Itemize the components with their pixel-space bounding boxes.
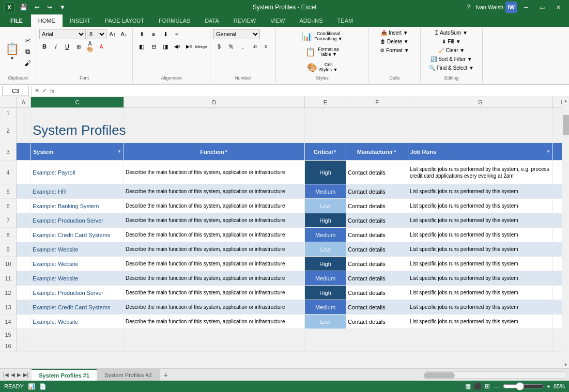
cell-e12[interactable]: High [305,286,346,300]
cell-e14[interactable]: Low [305,315,346,329]
cell-f10[interactable]: Contact details [346,257,408,271]
cell-c2[interactable]: System Profiles [31,118,124,143]
tab-first-button[interactable]: |◀ [2,372,10,378]
cell-e15[interactable] [305,329,346,340]
cell-c3[interactable]: System ▼ [31,143,124,161]
paste-button[interactable]: 📋 ▼ [3,41,21,62]
cell-reference-box[interactable] [2,86,29,96]
cell-e13[interactable]: Medium [305,300,346,315]
quick-access-save[interactable]: 💾 [18,3,29,12]
cell-a3[interactable] [17,143,31,161]
tab-page-layout[interactable]: PAGE LAYOUT [98,14,151,27]
cell-f1[interactable] [346,108,408,118]
cell-a6[interactable] [17,199,31,213]
col-header-h[interactable]: H [553,97,562,107]
cell-c9[interactable]: Example: Website [31,242,124,257]
align-bottom-button[interactable]: ⬇ [160,29,171,39]
cell-h4[interactable] [553,161,562,184]
decrease-font-button[interactable]: A↓ [119,29,129,39]
row-num-3[interactable]: 3 [0,143,17,161]
horizontal-scrollbar[interactable] [422,371,567,379]
cell-c7[interactable]: Example: Production Server [31,213,124,228]
row-num-2[interactable]: 2 [0,118,17,143]
cell-g1[interactable] [408,108,553,118]
border-button[interactable]: ⊞ [73,41,84,52]
quick-access-more[interactable]: ▼ [57,3,68,12]
scroll-track[interactable] [562,104,569,361]
align-right-button[interactable]: ◨ [160,41,171,52]
cell-e3[interactable]: Critical ▼ [305,143,346,161]
row-num-5[interactable]: 5 [0,184,17,199]
align-center-button[interactable]: ⊟ [148,41,159,52]
cell-a2[interactable] [17,118,31,143]
cell-f7[interactable]: Contact details [346,213,408,228]
cell-a13[interactable] [17,300,31,315]
cell-h10[interactable] [553,257,562,271]
cell-d13[interactable]: Describe the main function of this syste… [124,300,305,315]
cell-a9[interactable] [17,242,31,257]
row-num-4[interactable]: 4 [0,161,17,184]
cell-d4[interactable]: Describe the main function of this syste… [124,161,305,184]
row-num-7[interactable]: 7 [0,213,17,228]
cell-e10[interactable]: High [305,257,346,271]
cell-g13[interactable]: List specific jobs runs performed by thi… [408,300,553,315]
formula-input[interactable] [58,86,567,96]
sort-filter-button[interactable]: 🔃 Sort & Filter ▼ [428,55,474,63]
row-num-1[interactable]: 1 [0,108,17,118]
percent-button[interactable]: % [225,41,237,52]
fill-color-button[interactable]: A🎨 [85,41,95,52]
cell-g4[interactable]: List specific jobs runs performed by thi… [408,161,553,184]
format-as-table-button[interactable]: 📋 Format asTable ▼ [302,44,343,59]
tab-file[interactable]: FILE [2,14,31,27]
cell-g8[interactable]: List specific jobs runs performed by thi… [408,228,553,242]
quick-access-undo[interactable]: ↩ [33,3,42,12]
col-header-g[interactable]: G [408,97,553,107]
cell-h11[interactable] [553,271,562,286]
comma-button[interactable]: , [237,41,249,52]
cell-h5[interactable] [553,184,562,199]
cell-h14[interactable] [553,315,562,329]
col-header-e[interactable]: E [305,97,346,107]
row-num-11[interactable]: 11 [0,271,17,286]
cell-g10[interactable]: List specific jobs runs performed by thi… [408,257,553,271]
cell-g15[interactable] [408,329,553,340]
align-left-button[interactable]: ◧ [136,41,147,52]
cell-c16[interactable] [31,340,124,352]
cell-f16[interactable] [346,340,408,352]
cell-f9[interactable]: Contact details [346,242,408,257]
cell-f4[interactable]: Contact details [346,161,408,184]
cell-e7[interactable]: High [305,213,346,228]
find-select-button[interactable]: 🔍 Find & Select ▼ [426,64,476,72]
cell-d5[interactable]: Describe the main function of this syste… [124,184,305,199]
cell-a14[interactable] [17,315,31,329]
system-dropdown-arrow[interactable]: ▼ [117,149,121,154]
cell-f2[interactable] [346,118,408,143]
tab-next-button[interactable]: ▶ [16,372,22,378]
cell-f12[interactable]: Contact details [346,286,408,300]
row-num-8[interactable]: 8 [0,228,17,242]
tab-view[interactable]: VIEW [263,14,292,27]
tab-last-button[interactable]: ▶| [22,372,30,378]
row-num-9[interactable]: 9 [0,242,17,257]
row-num-12[interactable]: 12 [0,286,17,300]
col-header-c[interactable]: C [31,97,124,107]
cell-h6[interactable] [553,199,562,213]
zoom-slider[interactable] [503,382,544,390]
cell-f8[interactable]: Contact details [346,228,408,242]
cell-a4[interactable] [17,161,31,184]
cell-d10[interactable]: Describe the main function of this syste… [124,257,305,271]
scroll-down-button[interactable]: ▼ [562,361,569,368]
manufacturer-dropdown-arrow[interactable]: ▼ [393,149,397,154]
increase-font-button[interactable]: A↑ [107,29,118,39]
page-layout-view-button[interactable]: ⬛ [473,383,483,390]
decimal-inc-button[interactable]: .0 [249,41,260,52]
cell-d2[interactable] [124,118,305,143]
tab-addins[interactable]: ADD-INS [292,14,330,27]
cell-d15[interactable] [124,329,305,340]
row-num-14[interactable]: 14 [0,315,17,329]
cell-h12[interactable] [553,286,562,300]
cell-g16[interactable] [408,340,553,352]
cell-g5[interactable]: List specific jobs runs performed by thi… [408,184,553,199]
font-name-select[interactable]: Arial [39,29,86,39]
row-num-13[interactable]: 13 [0,300,17,315]
